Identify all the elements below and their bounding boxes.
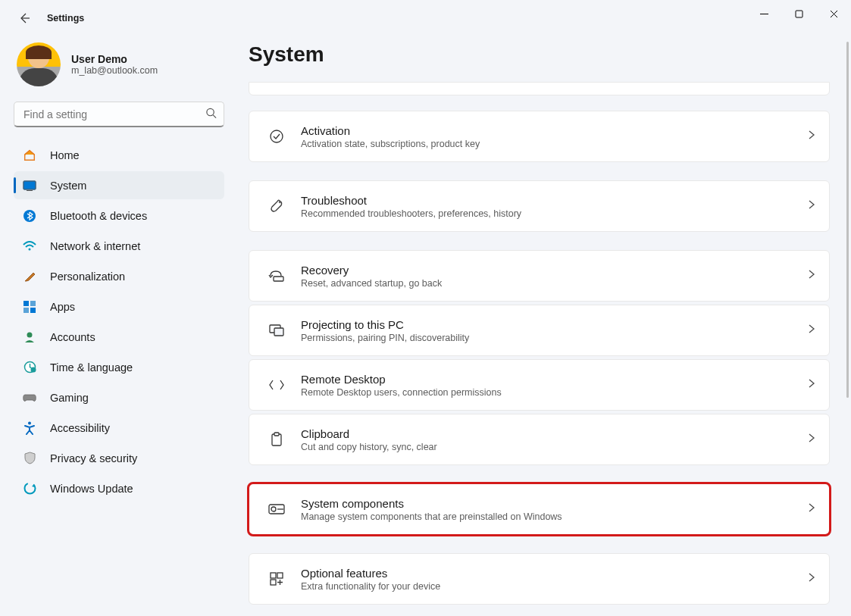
card-title: Activation [301,124,808,137]
svg-rect-4 [23,181,36,189]
svg-rect-23 [274,433,279,436]
svg-rect-11 [23,308,29,313]
svg-rect-27 [271,573,276,578]
clock-icon [23,361,36,374]
update-icon [23,482,36,496]
close-button[interactable] [816,0,851,27]
sidebar-item-system[interactable]: System [14,171,224,199]
apps-icon [23,300,36,314]
scrollbar-thumb[interactable] [846,42,849,398]
user-card[interactable]: User Demo m_lab@outlook.com [14,36,224,95]
svg-line-3 [213,115,216,118]
svg-point-17 [24,483,35,494]
sidebar-item-label: Apps [50,301,75,313]
svg-point-2 [207,108,214,115]
svg-rect-19 [274,277,283,281]
card-title: Recovery [301,264,808,277]
card-title: Remote Desktop [301,373,808,386]
sidebar-item-personalization[interactable]: Personalization [14,262,224,290]
sidebar-item-network[interactable]: Network & internet [14,232,224,260]
svg-rect-21 [274,328,283,336]
svg-point-25 [271,507,276,511]
optional-features-icon [263,572,290,586]
card-title: System components [301,497,808,510]
projecting-icon [263,324,290,337]
sidebar-item-label: Network & internet [50,240,140,252]
sidebar-item-privacy[interactable]: Privacy & security [14,444,224,472]
maximize-button[interactable] [781,0,816,27]
svg-point-13 [27,332,33,337]
home-icon [23,149,36,162]
chevron-right-icon [808,130,815,143]
card-optional-features[interactable]: Optional features Extra functionality fo… [249,553,830,605]
check-circle-icon [263,129,290,144]
card-projecting[interactable]: Projecting to this PC Permissions, pairi… [249,305,830,356]
sidebar-item-apps[interactable]: Apps [14,292,224,321]
sidebar-item-label: Accounts [50,331,95,343]
accessibility-icon [23,421,36,435]
brush-icon [23,270,36,283]
sidebar-item-update[interactable]: Windows Update [14,474,224,502]
sidebar-item-bluetooth[interactable]: Bluetooth & devices [14,202,224,230]
titlebar: Settings [0,0,851,36]
sidebar-item-label: Windows Update [50,483,133,495]
svg-point-8 [29,248,31,250]
card-system-components[interactable]: System components Manage system componen… [249,483,830,535]
sidebar-item-label: Accessibility [50,422,110,434]
sidebar-item-home[interactable]: Home [14,141,224,169]
svg-point-15 [30,367,36,373]
svg-rect-10 [30,301,36,306]
wrench-icon [263,199,290,214]
search-wrap [14,102,224,127]
sidebar-item-accessibility[interactable]: Accessibility [14,414,224,442]
sidebar-item-gaming[interactable]: Gaming [14,383,224,411]
card-sub: Manage system components that are preins… [301,511,808,522]
sidebar: User Demo m_lab@outlook.com Home System … [0,36,235,616]
card-activation[interactable]: Activation Activation state, subscriptio… [249,111,830,162]
main: System Activation Activation state, subs… [235,36,851,616]
card-troubleshoot[interactable]: Troubleshoot Recommended troubleshooters… [249,180,830,232]
search-icon [205,108,217,122]
recovery-icon [263,269,290,283]
bluetooth-icon [23,209,36,223]
scrollbar[interactable] [846,42,849,608]
wifi-icon [23,239,36,253]
chevron-right-icon [808,378,815,392]
chevron-right-icon [808,324,815,337]
minimize-button[interactable] [746,0,781,27]
svg-rect-9 [23,301,29,306]
card-title: Projecting to this PC [301,318,808,331]
sidebar-item-accounts[interactable]: Accounts [14,323,224,351]
card-sub: Recommended troubleshooters, preferences… [301,208,808,219]
search-input[interactable] [14,102,224,127]
sidebar-item-label: System [50,180,86,192]
sidebar-item-label: Home [50,149,80,161]
back-button[interactable] [15,9,33,27]
system-icon [23,179,36,192]
chevron-right-icon [808,199,815,213]
card-sub: Reset, advanced startup, go back [301,278,808,289]
svg-rect-1 [796,11,803,17]
accounts-icon [23,330,36,344]
card-placeholder [249,82,830,95]
sidebar-item-label: Personalization [50,270,125,283]
card-title: Optional features [301,567,808,580]
card-sub: Permissions, pairing PIN, discoverabilit… [301,333,808,343]
shield-icon [23,452,36,465]
sidebar-item-label: Privacy & security [50,452,137,464]
svg-point-16 [28,421,31,424]
svg-point-18 [271,130,283,142]
card-remote-desktop[interactable]: Remote Desktop Remote Desktop users, con… [249,359,830,411]
card-recovery[interactable]: Recovery Reset, advanced startup, go bac… [249,250,830,302]
card-title: Clipboard [301,427,808,440]
avatar [17,42,61,86]
svg-rect-28 [277,573,283,578]
app-title: Settings [47,13,84,23]
card-clipboard[interactable]: Clipboard Cut and copy history, sync, cl… [249,414,830,465]
chevron-right-icon [808,502,815,516]
svg-rect-29 [271,580,276,585]
nav-list: Home System Bluetooth & devices Network … [14,141,224,502]
chevron-right-icon [808,433,815,446]
sidebar-item-time[interactable]: Time & language [14,353,224,381]
card-sub: Cut and copy history, sync, clear [301,442,808,452]
